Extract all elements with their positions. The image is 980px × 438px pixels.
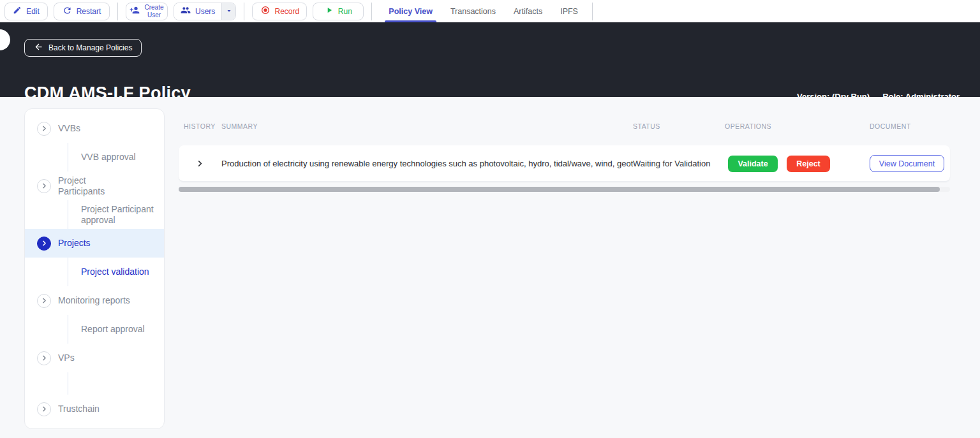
toolbar-divider	[371, 3, 372, 20]
sidebar-item-trustchain[interactable]: Trustchain	[25, 395, 164, 423]
expand-row-chevron-icon[interactable]	[194, 157, 205, 169]
sidebar-empty-connector	[68, 372, 164, 395]
back-to-manage-policies-button[interactable]: Back to Manage Policies	[24, 39, 142, 57]
sidebar-item-projects[interactable]: Projects	[25, 229, 164, 258]
record-icon	[260, 5, 271, 17]
top-toolbar: Edit Restart Create User Users Record Ru…	[0, 0, 980, 22]
edit-button-label: Edit	[26, 7, 40, 16]
chevron-right-circle-icon	[37, 402, 51, 416]
edit-button[interactable]: Edit	[4, 3, 48, 20]
view-tabs: Policy View Transactions Artifacts IPFS	[380, 0, 587, 22]
toolbar-divider	[244, 3, 244, 20]
reject-button[interactable]: Reject	[787, 156, 830, 172]
column-header-summary: SUMMARY	[221, 122, 258, 130]
toolbar-divider	[592, 3, 593, 20]
sidebar-children: Project Participant approval	[68, 200, 164, 229]
sidebar-children: Project validation	[68, 258, 164, 286]
row-status: Waiting for Validation	[633, 159, 710, 168]
horizontal-scrollbar-track	[179, 187, 950, 192]
restart-icon	[63, 6, 72, 17]
sidebar-item-project-participant-approval[interactable]: Project Participant approval	[68, 200, 164, 229]
chevron-right-circle-icon	[37, 294, 51, 308]
column-header-operations: OPERATIONS	[725, 122, 771, 130]
restart-button-label: Restart	[77, 7, 101, 16]
pencil-icon	[13, 6, 22, 17]
back-button-label: Back to Manage Policies	[48, 43, 132, 52]
sidebar-item-vvbs[interactable]: VVBs	[25, 114, 164, 143]
users-dropdown-toggle[interactable]	[221, 3, 235, 20]
chevron-right-circle-icon	[37, 122, 51, 136]
validate-button[interactable]: Validate	[728, 156, 778, 172]
horizontal-scrollbar-thumb[interactable]	[179, 187, 940, 192]
sidebar-item-monitoring-reports[interactable]: Monitoring reports	[25, 286, 164, 315]
toolbar-divider	[117, 3, 118, 20]
column-header-status: STATUS	[633, 122, 660, 130]
chevron-right-circle-icon	[37, 179, 51, 193]
sidebar-item-project-validation[interactable]: Project validation	[68, 258, 164, 286]
tab-policy-view[interactable]: Policy View	[380, 0, 442, 22]
caret-down-icon	[225, 6, 233, 17]
person-add-icon	[130, 5, 140, 17]
row-summary: Production of electricity using renewabl…	[221, 159, 633, 168]
tab-artifacts[interactable]: Artifacts	[505, 0, 551, 22]
main-content: VVBs VVB approval Project Participants P…	[0, 97, 980, 438]
restart-button[interactable]: Restart	[54, 3, 110, 20]
arrow-left-icon	[34, 42, 43, 54]
create-user-button-label: Create User	[144, 4, 163, 18]
record-button-label: Record	[275, 7, 300, 16]
edge-floating-button[interactable]	[0, 29, 10, 50]
play-icon	[325, 6, 334, 17]
run-button[interactable]: Run	[313, 3, 364, 20]
tab-transactions[interactable]: Transactions	[442, 0, 505, 22]
run-button-label: Run	[338, 7, 352, 16]
sidebar-item-project-participants[interactable]: Project Participants	[25, 172, 164, 200]
policy-steps-sidebar: VVBs VVB approval Project Participants P…	[24, 108, 165, 429]
view-document-button[interactable]: View Document	[870, 155, 944, 172]
chevron-right-circle-icon	[37, 351, 51, 365]
tab-ipfs[interactable]: IPFS	[551, 0, 587, 22]
policy-header: Back to Manage Policies CDM AMS-I.F Poli…	[0, 22, 980, 97]
column-header-document: DOCUMENT	[870, 122, 911, 130]
sidebar-children	[68, 372, 164, 395]
chevron-right-circle-icon	[37, 237, 51, 251]
create-user-button[interactable]: Create User	[126, 3, 168, 20]
column-header-history: HISTORY	[184, 122, 216, 130]
sidebar-children: Report approval	[68, 315, 164, 344]
sidebar-item-report-approval[interactable]: Report approval	[68, 315, 164, 344]
table-row: Production of electricity using renewabl…	[179, 145, 950, 182]
users-split-button: Users	[174, 3, 236, 20]
sidebar-item-vps[interactable]: VPs	[25, 344, 164, 372]
sidebar-item-vvb-approval[interactable]: VVB approval	[68, 143, 164, 172]
sidebar-children: VVB approval	[68, 143, 164, 172]
record-button[interactable]: Record	[252, 3, 307, 20]
users-icon	[181, 5, 191, 17]
users-button-label: Users	[195, 7, 215, 16]
users-button[interactable]: Users	[174, 3, 221, 20]
